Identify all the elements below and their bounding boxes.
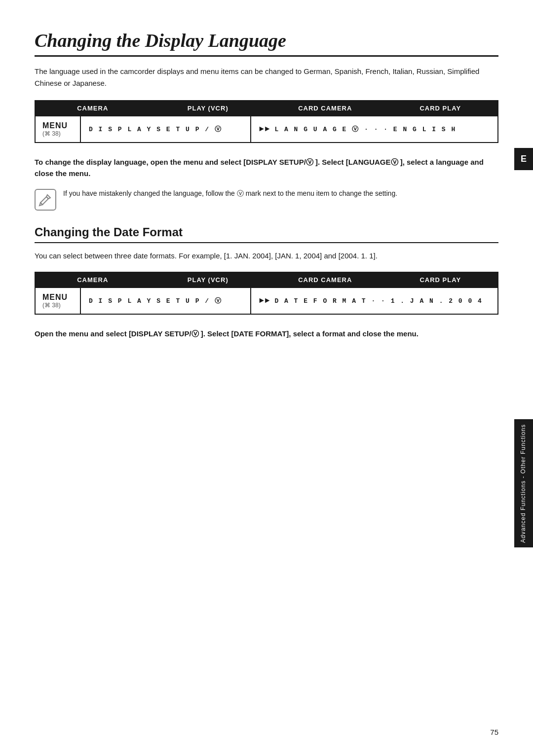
arrow-icon-1: ►► <box>259 125 270 134</box>
section2-title: Changing the Date Format <box>35 225 498 239</box>
intro-text: The language used in the camcorder displ… <box>35 66 498 89</box>
section2-underline <box>35 242 498 243</box>
mode-card-camera-1: CARD CAMERA <box>268 101 383 115</box>
e-tab-label: E <box>521 154 527 164</box>
mode-bar-1: CAMERA PLAY (VCR) CARD CAMERA CARD PLAY <box>35 100 498 116</box>
menu-display-setup-text-2: D I S P L A Y S E T U P / ⓥ <box>89 296 222 305</box>
menu-sub-2: (⌘ 38) <box>42 302 73 309</box>
page-number: 75 <box>490 728 498 736</box>
section2-intro: You can select between three date format… <box>35 250 498 262</box>
menu-language-text: L A N G U A G E ⓥ · · · E N G L I S H <box>274 125 456 134</box>
menu-label-1: MENU (⌘ 38) <box>36 116 80 142</box>
menu-sub-1: (⌘ 38) <box>42 130 73 137</box>
mode-bar-2: CAMERA PLAY (VCR) CARD CAMERA CARD PLAY <box>35 272 498 288</box>
section1-instruction: To change the display language, open the… <box>35 157 498 179</box>
menu-label-2: MENU (⌘ 38) <box>36 288 80 314</box>
side-advanced-functions: Advanced Functions - Other Functions <box>514 419 533 547</box>
mode-card-play-2: CARD PLAY <box>383 273 498 287</box>
menu-word-2: MENU <box>42 293 73 302</box>
title-underline <box>35 55 498 57</box>
pencil-icon <box>38 193 52 207</box>
section2-instruction: Open the menu and select [DISPLAY SETUP/… <box>35 328 498 340</box>
menu-word-1: MENU <box>42 121 73 130</box>
note-box: If you have mistakenly changed the langu… <box>35 188 498 211</box>
menu-item-display-setup-2: D I S P L A Y S E T U P / ⓥ <box>81 288 250 314</box>
mode-camera-2: CAMERA <box>36 273 151 287</box>
menu-content-1: D I S P L A Y S E T U P / ⓥ ►► L A N G U… <box>80 116 497 142</box>
menu-display-setup-text-1: D I S P L A Y S E T U P / ⓥ <box>89 125 222 134</box>
arrow-icon-2: ►► <box>259 296 270 305</box>
note-text: If you have mistakenly changed the langu… <box>63 188 397 199</box>
mode-camera-1: CAMERA <box>36 101 151 115</box>
page-title: Changing the Display Language <box>35 30 498 51</box>
menu-row-2: MENU (⌘ 38) D I S P L A Y S E T U P / ⓥ … <box>35 288 498 315</box>
menu-item-display-setup-1: D I S P L A Y S E T U P / ⓥ <box>81 116 250 142</box>
mode-play-vcr-1: PLAY (VCR) <box>151 101 266 115</box>
menu-date-format-text: D A T E F O R M A T · · 1 . J A N . 2 0 … <box>274 297 482 305</box>
note-icon <box>35 189 56 211</box>
advanced-functions-label: Advanced Functions - Other Functions <box>520 424 528 543</box>
mode-card-play-1: CARD PLAY <box>383 101 498 115</box>
side-e-tab: E <box>514 148 533 170</box>
menu-content-2: D I S P L A Y S E T U P / ⓥ ►► D A T E F… <box>80 288 497 314</box>
mode-play-vcr-2: PLAY (VCR) <box>151 273 266 287</box>
mode-card-camera-2: CARD CAMERA <box>268 273 383 287</box>
menu-row-1: MENU (⌘ 38) D I S P L A Y S E T U P / ⓥ … <box>35 116 498 143</box>
menu-item-date-format: ►► D A T E F O R M A T · · 1 . J A N . 2… <box>250 288 497 314</box>
menu-item-language: ►► L A N G U A G E ⓥ · · · E N G L I S H <box>250 116 497 142</box>
